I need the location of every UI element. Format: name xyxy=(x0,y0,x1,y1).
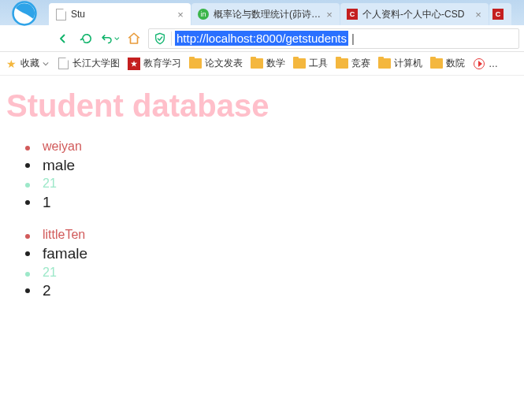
student-index: 2 xyxy=(25,281,518,301)
favorites-button[interactable]: ★ 收藏 xyxy=(5,57,49,70)
reload-icon xyxy=(80,32,94,46)
page-icon: in xyxy=(198,9,209,20)
student-name: weiyan xyxy=(25,138,518,155)
folder-icon xyxy=(336,58,348,70)
bookmarks-bar: ★ 收藏 长江大学图 ★ 教育学习 论文发表 数学 工具 竞赛 xyxy=(0,52,524,76)
bookmark-item[interactable]: 数院 xyxy=(430,57,465,70)
page-icon: C xyxy=(492,9,504,20)
favorites-label: 收藏 xyxy=(20,57,39,70)
bookmark-item[interactable]: 竞赛 xyxy=(336,57,370,70)
chevron-down-icon xyxy=(114,35,120,42)
reload-button[interactable] xyxy=(77,29,96,48)
shield-icon xyxy=(152,31,168,46)
bookmark-label: 数院 xyxy=(446,57,465,70)
student-index: 1 xyxy=(25,192,518,213)
bookmark-item[interactable]: 数学 xyxy=(251,57,285,70)
page-icon: C xyxy=(347,9,358,20)
undo-icon xyxy=(101,32,113,46)
student-age: 21 xyxy=(25,264,518,281)
address-bar: http://localhost:8000/getstudents | xyxy=(0,25,524,52)
star-icon: ★ xyxy=(5,58,17,70)
tab-bar: Stu × in 概率论与数理统计(茆诗… × C 个人资料-个人中心-CSD … xyxy=(0,0,524,25)
bookmark-label: 论文发表 xyxy=(205,57,243,70)
student-age: 21 xyxy=(25,175,518,192)
student-list: weiyan male 21 1 xyxy=(6,138,518,212)
home-icon xyxy=(127,32,141,46)
bookmark-item[interactable]: 计算机 xyxy=(378,57,422,70)
tab-title: 个人资料-个人中心-CSD xyxy=(362,8,473,21)
close-icon[interactable]: × xyxy=(473,9,484,20)
page-icon xyxy=(55,9,66,20)
arrow-left-icon xyxy=(56,32,70,46)
bookmark-item[interactable]: 论文发表 xyxy=(189,57,243,70)
folder-icon xyxy=(430,58,443,70)
bookmark-label: 教育学习 xyxy=(143,57,181,70)
home-button[interactable] xyxy=(124,29,143,48)
document-icon xyxy=(57,58,69,70)
flag-icon: ★ xyxy=(128,58,140,70)
close-icon[interactable]: × xyxy=(324,9,335,20)
folder-icon xyxy=(251,58,263,70)
chevron-down-icon xyxy=(43,61,49,67)
bookmark-label: 计算机 xyxy=(394,57,422,70)
folder-icon xyxy=(378,58,391,70)
bookmark-label: 数学 xyxy=(266,57,285,70)
bookmark-item-overflow[interactable]: … xyxy=(473,58,498,70)
url-caret: | xyxy=(348,32,355,45)
bookmark-label: 竞赛 xyxy=(351,57,370,70)
url-text[interactable]: http://localhost:8000/getstudents xyxy=(175,31,348,46)
page-content: Student database weiyan male 21 1 little… xyxy=(0,76,524,420)
bookmark-label: 长江大学图 xyxy=(72,57,120,70)
page-title: Student database xyxy=(6,88,518,124)
folder-icon xyxy=(189,58,202,70)
bookmark-item[interactable]: 长江大学图 xyxy=(57,57,120,70)
browser-logo xyxy=(0,0,49,25)
play-icon xyxy=(473,58,485,70)
bookmark-label: 工具 xyxy=(309,57,328,70)
tab-1[interactable]: in 概率论与数理统计(茆诗… × xyxy=(191,3,340,25)
student-name: littleTen xyxy=(25,226,518,243)
close-icon[interactable]: × xyxy=(175,9,186,20)
undo-button[interactable] xyxy=(101,29,120,48)
student-list: littleTen famale 21 2 xyxy=(6,226,518,300)
tab-2[interactable]: C 个人资料-个人中心-CSD × xyxy=(340,3,489,25)
tab-title: Stu xyxy=(71,9,175,20)
url-box[interactable]: http://localhost:8000/getstudents | xyxy=(148,28,519,49)
bookmark-item[interactable]: ★ 教育学习 xyxy=(128,57,181,70)
student-sex: famale xyxy=(25,243,518,264)
bookmark-label: … xyxy=(489,58,498,69)
tab-0[interactable]: Stu × xyxy=(49,3,191,25)
folder-icon xyxy=(293,58,306,70)
tab-title: 概率论与数理统计(茆诗… xyxy=(214,8,324,21)
student-sex: male xyxy=(25,155,518,176)
tab-3-partial[interactable]: C xyxy=(489,3,511,25)
bookmark-item[interactable]: 工具 xyxy=(293,57,328,70)
back-button[interactable] xyxy=(54,29,72,48)
